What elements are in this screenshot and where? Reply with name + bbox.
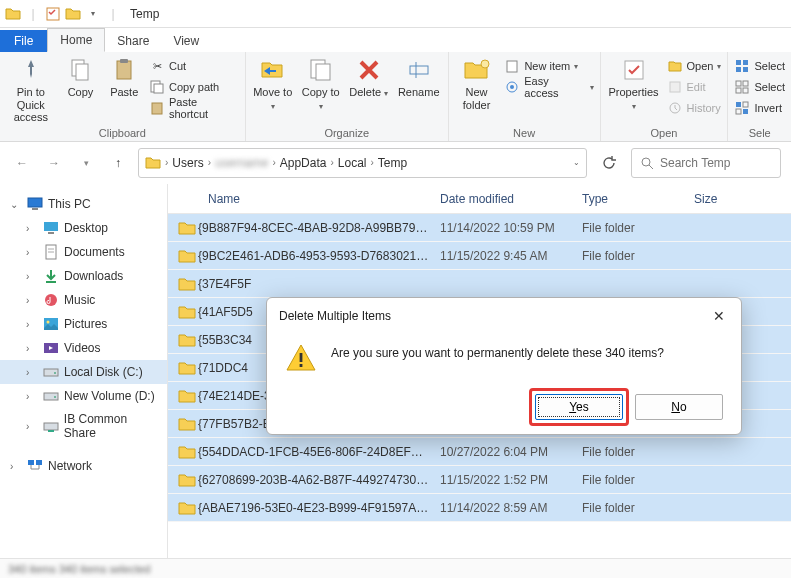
tree-documents[interactable]: ›Documents: [0, 240, 167, 264]
chevron-right-icon[interactable]: ›: [163, 157, 170, 168]
chevron-right-icon[interactable]: ›: [270, 157, 277, 168]
folder-qat-icon[interactable]: [64, 5, 82, 23]
tab-view[interactable]: View: [161, 30, 211, 52]
breadcrumb-appdata[interactable]: AppData: [280, 156, 327, 170]
new-folder-button[interactable]: New folder: [455, 56, 499, 111]
expand-icon[interactable]: ›: [26, 343, 38, 354]
cut-button[interactable]: ✂Cut: [149, 56, 239, 76]
tree-downloads[interactable]: ›Downloads: [0, 264, 167, 288]
navigation-bar: ← → ▾ ↑ › Users › username › AppData › L…: [0, 142, 791, 184]
copy-path-icon: [149, 79, 165, 95]
breadcrumb-users[interactable]: Users: [172, 156, 203, 170]
tab-home[interactable]: Home: [47, 28, 105, 52]
expand-icon[interactable]: ›: [26, 391, 38, 402]
tree-new-volume[interactable]: ›New Volume (D:): [0, 384, 167, 408]
label: New folder: [455, 86, 499, 111]
invert-selection-button[interactable]: Invert: [734, 98, 785, 118]
svg-rect-49: [44, 423, 58, 430]
breadcrumb-temp[interactable]: Temp: [378, 156, 407, 170]
copy-path-button[interactable]: Copy path: [149, 77, 239, 97]
new-item-button[interactable]: New item ▾: [504, 56, 593, 76]
svg-point-43: [47, 321, 50, 324]
no-button[interactable]: No: [635, 394, 723, 420]
chevron-right-icon[interactable]: ›: [328, 157, 335, 168]
folder-icon: [176, 444, 198, 460]
select-none-button[interactable]: Select: [734, 77, 785, 97]
paste-shortcut-button[interactable]: Paste shortcut: [149, 98, 239, 118]
pin-to-quick-access-button[interactable]: Pin to Quick access: [6, 56, 56, 124]
divider: |: [104, 5, 122, 23]
expand-icon[interactable]: ›: [26, 271, 38, 282]
breadcrumb-local[interactable]: Local: [338, 156, 367, 170]
folder-icon: [176, 388, 198, 404]
select-all-button[interactable]: Select: [734, 56, 785, 76]
network-icon: [27, 458, 43, 474]
file-name: {627086​99-203B-4A62-B87F-449274730788}: [198, 473, 430, 487]
forward-button[interactable]: →: [42, 151, 66, 175]
svg-point-46: [54, 372, 56, 374]
expand-icon[interactable]: ›: [26, 247, 38, 258]
table-row[interactable]: {554DDACD-1FCB-45E6-806F-24D8EFC7B...10/…: [168, 438, 791, 466]
qat-dropdown-icon[interactable]: ▾: [84, 5, 102, 23]
search-input[interactable]: [660, 156, 791, 170]
paste-button[interactable]: Paste: [105, 56, 143, 99]
properties-button[interactable]: Properties ▾: [607, 56, 661, 111]
tab-file[interactable]: File: [0, 30, 47, 52]
table-row[interactable]: {627086​99-203B-4A62-B87F-449274730788}1…: [168, 466, 791, 494]
easy-access-button[interactable]: Easy access ▾: [504, 77, 593, 97]
navigation-tree[interactable]: ⌄This PC ›Desktop ›Documents ›Downloads …: [0, 184, 168, 558]
tree-network[interactable]: ›Network: [0, 454, 167, 478]
breadcrumb-user[interactable]: username: [215, 156, 268, 170]
table-row[interactable]: {9B887F94-8CEC-4BAB-92D8-A99BB7972...11/…: [168, 214, 791, 242]
tab-share[interactable]: Share: [105, 30, 161, 52]
delete-button[interactable]: Delete ▾: [348, 56, 390, 99]
recent-locations-button[interactable]: ▾: [74, 151, 98, 175]
tree-pictures[interactable]: ›Pictures: [0, 312, 167, 336]
properties-qat-icon[interactable]: [44, 5, 62, 23]
copy-to-button[interactable]: Copy to ▾: [300, 56, 342, 111]
search-box[interactable]: [631, 148, 781, 178]
tree-local-disk[interactable]: ›Local Disk (C:): [0, 360, 167, 384]
expand-icon[interactable]: ›: [26, 223, 38, 234]
svg-rect-45: [44, 369, 58, 376]
tree-music[interactable]: ›Music: [0, 288, 167, 312]
expand-icon[interactable]: ›: [26, 367, 38, 378]
move-to-button[interactable]: Move to ▾: [252, 56, 294, 111]
file-name: {9BC2E461-ADB6-4953-9593-D7683021A9...: [198, 249, 430, 263]
label: Rename: [398, 86, 440, 99]
expand-icon[interactable]: ›: [26, 319, 38, 330]
svg-rect-3: [117, 61, 131, 79]
address-dropdown-icon[interactable]: ⌄: [573, 158, 580, 167]
table-row[interactable]: {9BC2E461-ADB6-4953-9593-D7683021A9...11…: [168, 242, 791, 270]
dialog-close-button[interactable]: ✕: [709, 306, 729, 326]
dialog-message: Are you sure you want to permanently del…: [331, 342, 664, 360]
warning-icon: [285, 342, 317, 374]
tree-ib-common[interactable]: ›IB Common Share: [0, 408, 167, 444]
folder-icon: [176, 332, 198, 348]
chevron-right-icon[interactable]: ›: [368, 157, 375, 168]
copy-button[interactable]: Copy: [62, 56, 100, 99]
expand-icon[interactable]: ›: [26, 421, 38, 432]
open-button[interactable]: Open ▾: [667, 56, 722, 76]
refresh-button[interactable]: [595, 149, 623, 177]
column-date[interactable]: Date modified: [430, 192, 572, 206]
expand-icon[interactable]: ›: [26, 295, 38, 306]
tree-videos[interactable]: ›Videos: [0, 336, 167, 360]
tree-desktop[interactable]: ›Desktop: [0, 216, 167, 240]
column-size[interactable]: Size: [684, 192, 791, 206]
address-bar[interactable]: › Users › username › AppData › Local › T…: [138, 148, 587, 178]
label: Copy to ▾: [300, 86, 342, 111]
tree-this-pc[interactable]: ⌄This PC: [0, 192, 167, 216]
chevron-right-icon[interactable]: ›: [206, 157, 213, 168]
column-name[interactable]: Name: [168, 192, 430, 206]
folder-icon: [176, 500, 198, 516]
back-button[interactable]: ←: [10, 151, 34, 175]
table-row[interactable]: {ABAE7196-53E0-4E23-B999-4F91597A98...11…: [168, 494, 791, 522]
rename-button[interactable]: Rename: [396, 56, 442, 99]
expand-icon[interactable]: ›: [10, 461, 22, 472]
yes-button[interactable]: Yes: [535, 394, 623, 420]
up-button[interactable]: ↑: [106, 151, 130, 175]
column-type[interactable]: Type: [572, 192, 684, 206]
collapse-icon[interactable]: ⌄: [10, 199, 22, 210]
table-row[interactable]: {37E4F5F: [168, 270, 791, 298]
